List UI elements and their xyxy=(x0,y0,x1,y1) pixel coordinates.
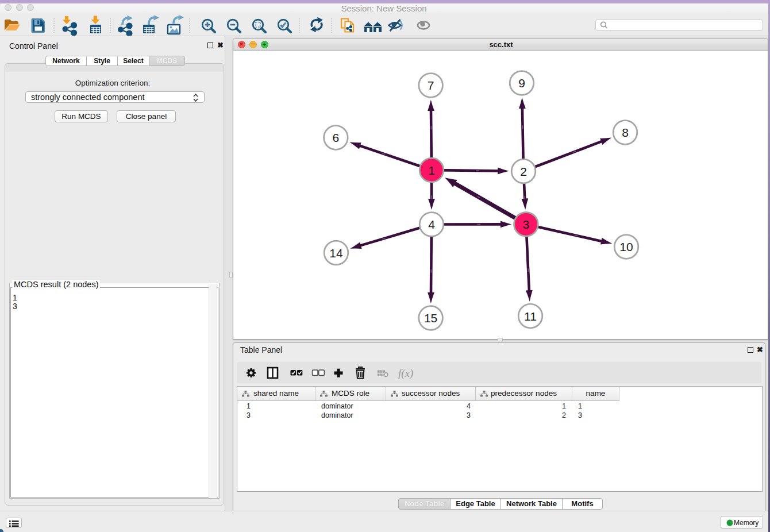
svg-text:3: 3 xyxy=(523,218,530,231)
svg-text:4: 4 xyxy=(428,218,435,231)
svg-text:2: 2 xyxy=(520,165,527,178)
svg-text:8: 8 xyxy=(622,126,629,139)
svg-text:6: 6 xyxy=(333,131,340,144)
svg-text:10: 10 xyxy=(619,240,633,253)
svg-text:1: 1 xyxy=(428,164,435,177)
svg-text:14: 14 xyxy=(329,246,343,260)
svg-text:15: 15 xyxy=(424,311,437,325)
svg-text:9: 9 xyxy=(518,76,525,90)
svg-text:11: 11 xyxy=(524,310,537,323)
svg-text:7: 7 xyxy=(428,79,434,92)
svg-text:f(x): f(x) xyxy=(398,367,413,380)
